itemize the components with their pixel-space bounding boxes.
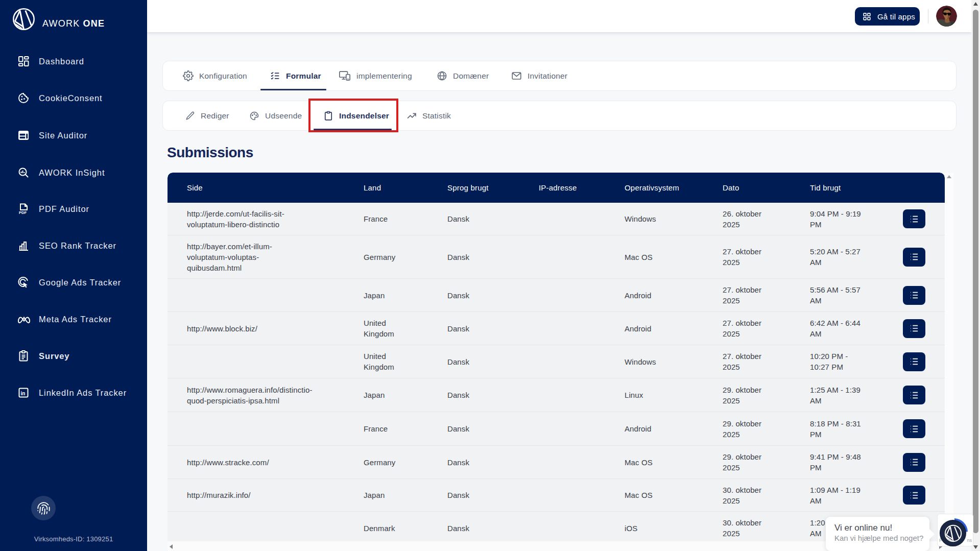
svg-text:in: in [21,391,26,396]
svg-text:PDF: PDF [19,210,27,215]
